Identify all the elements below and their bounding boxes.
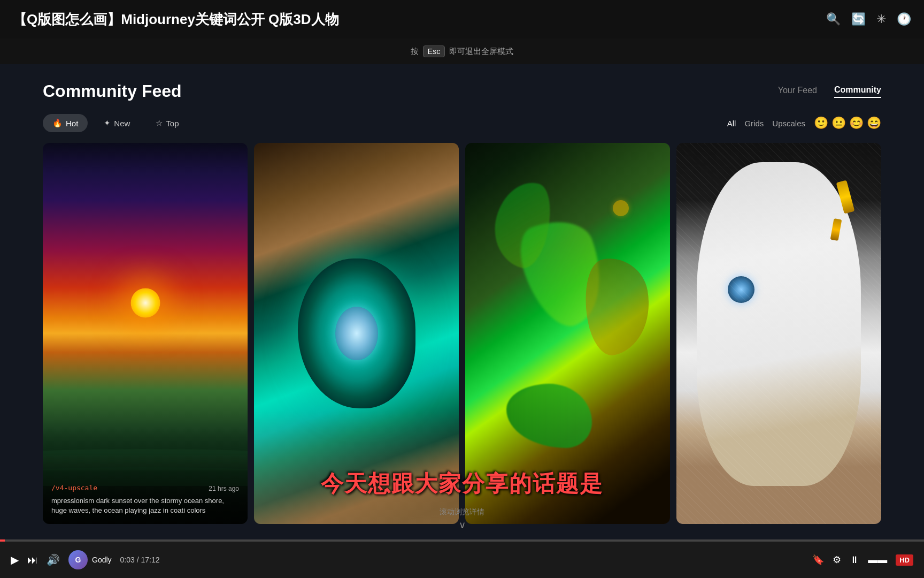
hd-badge: HD — [896, 554, 913, 566]
filter-new[interactable]: ✦ New — [94, 114, 140, 132]
search-icon[interactable]: 🔍 — [826, 12, 841, 26]
play-pause-button[interactable]: ▶ — [11, 553, 19, 566]
emoji-filter-3[interactable]: 😊 — [849, 116, 864, 130]
emoji-filters: 🙂 😐 😊 😄 — [814, 116, 881, 130]
filter-top[interactable]: ☆ Top — [146, 114, 188, 132]
chinese-subtitle: 今天想跟大家分享的话题是 — [321, 469, 603, 499]
esc-key: Esc — [423, 45, 445, 57]
scroll-hint: 滚动浏览详情 ∨ — [440, 507, 484, 531]
img1-caption: /v4-upscale 21 hrs ago mpressionism dark… — [43, 452, 248, 524]
new-icon: ✦ — [104, 118, 111, 128]
tab-community[interactable]: Community — [834, 85, 881, 98]
type-filter-grids[interactable]: Grids — [744, 119, 764, 128]
refresh-icon[interactable]: 🔄 — [851, 12, 866, 26]
player-controls: ▶ ⏭ — [11, 553, 38, 566]
channel-name: Godly — [92, 556, 112, 564]
emoji-filter-4[interactable]: 😄 — [867, 116, 881, 130]
scroll-arrow-icon: ∨ — [459, 519, 466, 531]
image-grid: /v4-upscale 21 hrs ago mpressionism dark… — [0, 143, 924, 524]
img1-time: 21 hrs ago — [209, 485, 239, 492]
grid-item-2[interactable] — [254, 143, 459, 524]
emoji-filter-2[interactable]: 😐 — [831, 116, 846, 130]
settings-player-button[interactable]: ⚙ — [833, 554, 841, 566]
grid-item-4[interactable] — [676, 143, 881, 524]
grid-item-3[interactable] — [465, 143, 670, 524]
main-content: Community Feed Your Feed Community 🔥 Hot… — [0, 64, 924, 542]
volume-icon[interactable]: 🔊 — [47, 553, 60, 566]
bookmark-button[interactable]: 🔖 — [812, 554, 824, 566]
scroll-hint-text: 滚动浏览详情 — [440, 507, 484, 517]
player-bar: ▶ ⏭ 🔊 G Godly 0:03 / 17:12 🔖 ⚙ ⏸ ▬▬ HD — [0, 542, 924, 578]
player-channel: G Godly — [68, 550, 112, 569]
hot-icon: 🔥 — [52, 118, 63, 128]
esc-prefix: 按 — [411, 47, 419, 57]
top-icon: ☆ — [156, 118, 163, 128]
clock-icon[interactable]: 🕐 — [897, 12, 911, 26]
filter-bar: 🔥 Hot ✦ New ☆ Top All Grids Upscales 🙂 😐… — [0, 114, 924, 143]
feed-header: Community Feed Your Feed Community — [0, 64, 924, 114]
player-right-controls: 🔖 ⚙ ⏸ ▬▬ HD — [812, 554, 913, 566]
esc-bar: 按 Esc 即可退出全屏模式 — [0, 39, 924, 64]
type-filter-all[interactable]: All — [727, 119, 736, 128]
feed-tabs: Your Feed Community — [778, 85, 881, 98]
type-filter-upscales[interactable]: Upscales — [772, 119, 805, 128]
settings-icon[interactable]: ✳ — [876, 12, 886, 26]
channel-avatar: G — [68, 550, 88, 569]
filter-right: All Grids Upscales 🙂 😐 😊 😄 — [727, 116, 881, 130]
player-volume: 🔊 — [47, 553, 60, 566]
tab-your-feed[interactable]: Your Feed — [778, 86, 817, 97]
img1-tag: /v4-upscale — [51, 484, 97, 492]
grid-item-1[interactable]: /v4-upscale 21 hrs ago mpressionism dark… — [43, 143, 248, 524]
filter-left: 🔥 Hot ✦ New ☆ Top — [43, 114, 189, 132]
feed-title: Community Feed — [43, 81, 182, 101]
page-title: 【Q版图怎么画】Midjourney关键词公开 Q版3D人物 — [13, 10, 826, 29]
top-bar: 【Q版图怎么画】Midjourney关键词公开 Q版3D人物 🔍 🔄 ✳ 🕐 — [0, 0, 924, 39]
next-button[interactable]: ⏭ — [27, 554, 38, 566]
top-bar-icons: 🔍 🔄 ✳ 🕐 — [826, 12, 911, 26]
subtitles-button[interactable]: ▬▬ — [868, 554, 887, 566]
filter-hot[interactable]: 🔥 Hot — [43, 114, 88, 132]
pause-player-button[interactable]: ⏸ — [850, 554, 859, 566]
player-time: 0:03 / 17:12 — [120, 556, 174, 564]
emoji-filter-1[interactable]: 🙂 — [814, 116, 828, 130]
esc-suffix: 即可退出全屏模式 — [449, 47, 513, 57]
img1-text: mpressionism dark sunset over the stormy… — [51, 496, 239, 515]
